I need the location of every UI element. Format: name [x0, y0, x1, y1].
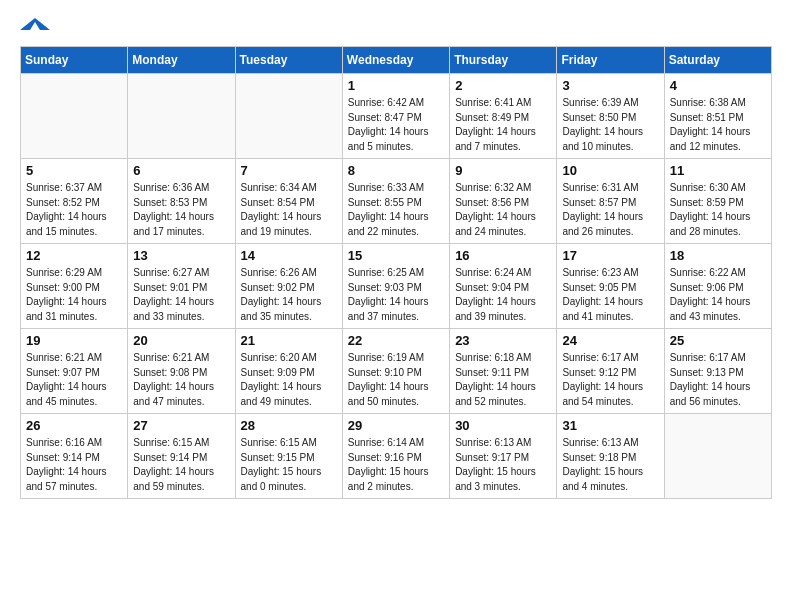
calendar-cell: 27Sunrise: 6:15 AM Sunset: 9:14 PM Dayli…: [128, 414, 235, 499]
cell-content: Sunrise: 6:27 AM Sunset: 9:01 PM Dayligh…: [133, 266, 229, 324]
calendar-cell: 17Sunrise: 6:23 AM Sunset: 9:05 PM Dayli…: [557, 244, 664, 329]
cell-content: Sunrise: 6:16 AM Sunset: 9:14 PM Dayligh…: [26, 436, 122, 494]
day-number: 4: [670, 78, 766, 93]
cell-content: Sunrise: 6:32 AM Sunset: 8:56 PM Dayligh…: [455, 181, 551, 239]
day-number: 29: [348, 418, 444, 433]
calendar-cell: 13Sunrise: 6:27 AM Sunset: 9:01 PM Dayli…: [128, 244, 235, 329]
day-number: 10: [562, 163, 658, 178]
calendar-cell: 15Sunrise: 6:25 AM Sunset: 9:03 PM Dayli…: [342, 244, 449, 329]
calendar-cell: 31Sunrise: 6:13 AM Sunset: 9:18 PM Dayli…: [557, 414, 664, 499]
cell-content: Sunrise: 6:24 AM Sunset: 9:04 PM Dayligh…: [455, 266, 551, 324]
day-number: 1: [348, 78, 444, 93]
cell-content: Sunrise: 6:23 AM Sunset: 9:05 PM Dayligh…: [562, 266, 658, 324]
calendar-cell: 18Sunrise: 6:22 AM Sunset: 9:06 PM Dayli…: [664, 244, 771, 329]
day-number: 3: [562, 78, 658, 93]
cell-content: Sunrise: 6:33 AM Sunset: 8:55 PM Dayligh…: [348, 181, 444, 239]
cell-content: Sunrise: 6:30 AM Sunset: 8:59 PM Dayligh…: [670, 181, 766, 239]
logo-icon: [20, 18, 50, 30]
calendar-cell: 23Sunrise: 6:18 AM Sunset: 9:11 PM Dayli…: [450, 329, 557, 414]
day-number: 19: [26, 333, 122, 348]
cell-content: Sunrise: 6:14 AM Sunset: 9:16 PM Dayligh…: [348, 436, 444, 494]
day-number: 21: [241, 333, 337, 348]
day-number: 16: [455, 248, 551, 263]
calendar-cell: 16Sunrise: 6:24 AM Sunset: 9:04 PM Dayli…: [450, 244, 557, 329]
calendar-cell: 5Sunrise: 6:37 AM Sunset: 8:52 PM Daylig…: [21, 159, 128, 244]
col-header-friday: Friday: [557, 47, 664, 74]
calendar-cell: 30Sunrise: 6:13 AM Sunset: 9:17 PM Dayli…: [450, 414, 557, 499]
day-number: 8: [348, 163, 444, 178]
calendar-table: SundayMondayTuesdayWednesdayThursdayFrid…: [20, 46, 772, 499]
logo: [20, 20, 50, 30]
calendar-cell: 26Sunrise: 6:16 AM Sunset: 9:14 PM Dayli…: [21, 414, 128, 499]
cell-content: Sunrise: 6:18 AM Sunset: 9:11 PM Dayligh…: [455, 351, 551, 409]
day-number: 28: [241, 418, 337, 433]
day-number: 17: [562, 248, 658, 263]
cell-content: Sunrise: 6:22 AM Sunset: 9:06 PM Dayligh…: [670, 266, 766, 324]
calendar-cell: [128, 74, 235, 159]
day-number: 22: [348, 333, 444, 348]
calendar-cell: 22Sunrise: 6:19 AM Sunset: 9:10 PM Dayli…: [342, 329, 449, 414]
calendar-cell: 11Sunrise: 6:30 AM Sunset: 8:59 PM Dayli…: [664, 159, 771, 244]
cell-content: Sunrise: 6:17 AM Sunset: 9:12 PM Dayligh…: [562, 351, 658, 409]
calendar-cell: 4Sunrise: 6:38 AM Sunset: 8:51 PM Daylig…: [664, 74, 771, 159]
day-number: 20: [133, 333, 229, 348]
cell-content: Sunrise: 6:31 AM Sunset: 8:57 PM Dayligh…: [562, 181, 658, 239]
day-number: 14: [241, 248, 337, 263]
cell-content: Sunrise: 6:34 AM Sunset: 8:54 PM Dayligh…: [241, 181, 337, 239]
calendar-cell: 14Sunrise: 6:26 AM Sunset: 9:02 PM Dayli…: [235, 244, 342, 329]
day-number: 6: [133, 163, 229, 178]
calendar-cell: 12Sunrise: 6:29 AM Sunset: 9:00 PM Dayli…: [21, 244, 128, 329]
cell-content: Sunrise: 6:20 AM Sunset: 9:09 PM Dayligh…: [241, 351, 337, 409]
calendar-cell: 24Sunrise: 6:17 AM Sunset: 9:12 PM Dayli…: [557, 329, 664, 414]
col-header-tuesday: Tuesday: [235, 47, 342, 74]
cell-content: Sunrise: 6:13 AM Sunset: 9:17 PM Dayligh…: [455, 436, 551, 494]
calendar-cell: [21, 74, 128, 159]
day-number: 18: [670, 248, 766, 263]
calendar-cell: 6Sunrise: 6:36 AM Sunset: 8:53 PM Daylig…: [128, 159, 235, 244]
day-number: 7: [241, 163, 337, 178]
cell-content: Sunrise: 6:15 AM Sunset: 9:14 PM Dayligh…: [133, 436, 229, 494]
day-number: 24: [562, 333, 658, 348]
col-header-monday: Monday: [128, 47, 235, 74]
svg-marker-0: [20, 18, 50, 30]
calendar-cell: 3Sunrise: 6:39 AM Sunset: 8:50 PM Daylig…: [557, 74, 664, 159]
day-number: 26: [26, 418, 122, 433]
calendar-cell: 9Sunrise: 6:32 AM Sunset: 8:56 PM Daylig…: [450, 159, 557, 244]
cell-content: Sunrise: 6:42 AM Sunset: 8:47 PM Dayligh…: [348, 96, 444, 154]
page-header: [20, 20, 772, 30]
day-number: 9: [455, 163, 551, 178]
day-number: 31: [562, 418, 658, 433]
calendar-cell: 2Sunrise: 6:41 AM Sunset: 8:49 PM Daylig…: [450, 74, 557, 159]
cell-content: Sunrise: 6:29 AM Sunset: 9:00 PM Dayligh…: [26, 266, 122, 324]
col-header-wednesday: Wednesday: [342, 47, 449, 74]
col-header-thursday: Thursday: [450, 47, 557, 74]
col-header-sunday: Sunday: [21, 47, 128, 74]
calendar-cell: [664, 414, 771, 499]
calendar-cell: 28Sunrise: 6:15 AM Sunset: 9:15 PM Dayli…: [235, 414, 342, 499]
day-number: 30: [455, 418, 551, 433]
cell-content: Sunrise: 6:17 AM Sunset: 9:13 PM Dayligh…: [670, 351, 766, 409]
calendar-cell: 21Sunrise: 6:20 AM Sunset: 9:09 PM Dayli…: [235, 329, 342, 414]
calendar-cell: 1Sunrise: 6:42 AM Sunset: 8:47 PM Daylig…: [342, 74, 449, 159]
calendar-cell: 20Sunrise: 6:21 AM Sunset: 9:08 PM Dayli…: [128, 329, 235, 414]
cell-content: Sunrise: 6:19 AM Sunset: 9:10 PM Dayligh…: [348, 351, 444, 409]
col-header-saturday: Saturday: [664, 47, 771, 74]
cell-content: Sunrise: 6:39 AM Sunset: 8:50 PM Dayligh…: [562, 96, 658, 154]
calendar-cell: 7Sunrise: 6:34 AM Sunset: 8:54 PM Daylig…: [235, 159, 342, 244]
day-number: 11: [670, 163, 766, 178]
cell-content: Sunrise: 6:21 AM Sunset: 9:08 PM Dayligh…: [133, 351, 229, 409]
calendar-cell: 10Sunrise: 6:31 AM Sunset: 8:57 PM Dayli…: [557, 159, 664, 244]
calendar-cell: [235, 74, 342, 159]
day-number: 23: [455, 333, 551, 348]
cell-content: Sunrise: 6:15 AM Sunset: 9:15 PM Dayligh…: [241, 436, 337, 494]
cell-content: Sunrise: 6:25 AM Sunset: 9:03 PM Dayligh…: [348, 266, 444, 324]
cell-content: Sunrise: 6:21 AM Sunset: 9:07 PM Dayligh…: [26, 351, 122, 409]
day-number: 12: [26, 248, 122, 263]
cell-content: Sunrise: 6:37 AM Sunset: 8:52 PM Dayligh…: [26, 181, 122, 239]
day-number: 25: [670, 333, 766, 348]
cell-content: Sunrise: 6:26 AM Sunset: 9:02 PM Dayligh…: [241, 266, 337, 324]
cell-content: Sunrise: 6:38 AM Sunset: 8:51 PM Dayligh…: [670, 96, 766, 154]
day-number: 27: [133, 418, 229, 433]
cell-content: Sunrise: 6:13 AM Sunset: 9:18 PM Dayligh…: [562, 436, 658, 494]
cell-content: Sunrise: 6:41 AM Sunset: 8:49 PM Dayligh…: [455, 96, 551, 154]
